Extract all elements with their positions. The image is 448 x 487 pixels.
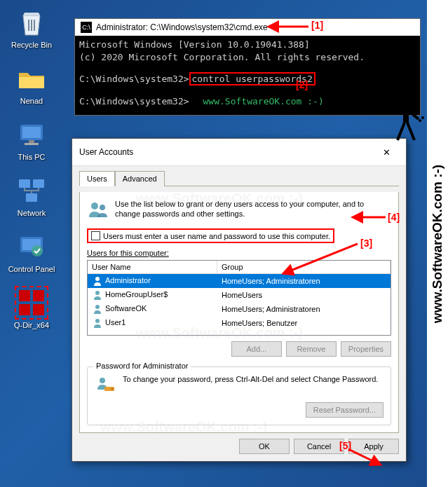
column-username[interactable]: User Name xyxy=(88,261,217,273)
key-icon xyxy=(95,374,117,397)
dialog-titlebar[interactable]: User Accounts ✕ xyxy=(72,139,406,166)
svg-rect-4 xyxy=(22,127,41,138)
user-accounts-dialog: User Accounts ✕ Users Advanced www.Softw… xyxy=(72,138,407,462)
cell-group: HomeUsers xyxy=(217,290,391,300)
svg-point-38 xyxy=(388,97,391,100)
svg-rect-2 xyxy=(34,20,35,31)
cell-group: HomeUsers; Administratoren xyxy=(217,304,391,314)
desktop-icon-label: Nenad xyxy=(20,97,43,105)
cmd-watermark: www.SoftwareOK.com :-) xyxy=(203,96,324,107)
list-row[interactable]: User1 HomeUsers; Benutzer xyxy=(88,316,391,330)
cmd-prompt-line: C:\Windows\system32>www.SoftwareOK.com :… xyxy=(79,95,416,108)
desktop-icons: Recycle Bin Nenad This PC Network Contro… xyxy=(7,6,56,342)
svg-rect-13 xyxy=(19,290,30,301)
cmd-output-line: Microsoft Windows [Version 10.0.19041.38… xyxy=(79,39,416,51)
desktop-icon-label: Network xyxy=(18,209,46,217)
users-icon xyxy=(87,199,109,221)
desktop-icon-user[interactable]: Nenad xyxy=(7,62,56,105)
dialog-title: User Accounts xyxy=(79,147,133,157)
desktop-icon-control-panel[interactable]: Control Panel xyxy=(7,230,56,273)
desktop-icon-label: This PC xyxy=(18,153,45,161)
qdir-icon xyxy=(15,286,48,320)
svg-point-25 xyxy=(100,378,105,383)
svg-point-37 xyxy=(391,94,393,97)
cell-username: Administrator xyxy=(105,276,151,284)
svg-rect-0 xyxy=(28,20,29,31)
list-row[interactable]: SoftwareOK HomeUsers; Administratoren xyxy=(88,302,391,316)
cmd-title-text: Administrator: C:\Windows\system32\cmd.e… xyxy=(96,22,268,32)
desktop-icon-recycle-bin[interactable]: Recycle Bin xyxy=(7,6,56,49)
intro-text: Use the list below to grant or deny user… xyxy=(115,199,391,219)
cell-username: HomeGroupUser$ xyxy=(105,290,168,299)
add-button[interactable]: Add... xyxy=(231,341,282,357)
desktop-icon-qdir[interactable]: Q-Dir_x64 xyxy=(7,286,56,329)
cmd-titlebar[interactable]: C:\ Administrator: C:\Windows\system32\c… xyxy=(75,19,420,36)
svg-point-20 xyxy=(100,205,105,210)
svg-point-12 xyxy=(32,245,43,256)
password-legend: Password for Administrator xyxy=(93,362,191,370)
svg-rect-15 xyxy=(19,304,30,315)
cell-username: User1 xyxy=(105,318,125,327)
annotation-4: [4] xyxy=(388,212,400,223)
svg-rect-9 xyxy=(26,193,37,202)
dialog-content: Users Advanced www.SoftwareOK.com :-) Us… xyxy=(72,166,406,461)
svg-point-23 xyxy=(95,305,100,309)
cmd-body[interactable]: Microsoft Windows [Version 10.0.19041.38… xyxy=(75,36,420,115)
cmd-prompt-line: C:\Windows\system32>control userpassword… xyxy=(79,73,416,85)
svg-rect-14 xyxy=(33,290,44,301)
reset-password-button[interactable]: Reset Password... xyxy=(306,402,383,418)
cancel-button[interactable]: Cancel xyxy=(294,439,344,454)
user-icon xyxy=(92,317,103,329)
checkbox-icon[interactable] xyxy=(91,231,100,240)
computer-icon xyxy=(15,118,48,151)
svg-point-39 xyxy=(419,119,421,122)
tab-users[interactable]: Users xyxy=(79,171,115,186)
svg-rect-5 xyxy=(29,140,34,143)
svg-rect-16 xyxy=(33,304,44,315)
desktop-icon-label: Recycle Bin xyxy=(11,41,52,49)
password-group: Password for Administrator To change you… xyxy=(87,366,391,425)
cell-username: SoftwareOK xyxy=(105,304,147,313)
desktop-icon-this-pc[interactable]: This PC xyxy=(7,118,56,161)
cmd-window: C:\ Administrator: C:\Windows\system32\c… xyxy=(74,18,421,116)
recycle-bin-icon xyxy=(15,6,48,39)
svg-rect-7 xyxy=(19,179,30,188)
properties-button[interactable]: Properties xyxy=(341,341,391,357)
user-buttons: Add... Remove Properties xyxy=(87,341,391,357)
side-watermark: www.SoftwareOK.com :-) xyxy=(427,0,448,487)
figure-silhouette xyxy=(385,91,427,161)
intro-section: Use the list below to grant or deny user… xyxy=(87,199,391,221)
cell-group: HomeUsers; Administratoren xyxy=(217,276,391,286)
tab-strip: Users Advanced xyxy=(79,170,399,186)
annotation-3: [3] xyxy=(360,238,372,249)
list-row[interactable]: HomeGroupUser$ HomeUsers xyxy=(88,288,391,302)
cmd-output-line: (c) 2020 Microsoft Corporation. All righ… xyxy=(79,51,416,64)
svg-point-19 xyxy=(91,203,98,210)
user-icon xyxy=(92,289,103,301)
control-panel-icon xyxy=(15,230,48,263)
ok-button[interactable]: OK xyxy=(239,439,290,454)
svg-point-22 xyxy=(95,291,100,295)
annotation-1: [1] xyxy=(311,20,323,31)
tab-advanced[interactable]: Advanced xyxy=(115,171,165,186)
password-text: To change your password, press Ctrl-Alt-… xyxy=(123,374,378,384)
cell-group: HomeUsers; Benutzer xyxy=(217,318,391,328)
svg-point-24 xyxy=(95,319,100,323)
user-icon xyxy=(92,275,103,287)
list-row[interactable]: Administrator HomeUsers; Administratoren xyxy=(88,274,391,288)
folder-icon xyxy=(15,62,48,95)
svg-rect-6 xyxy=(25,143,39,145)
remove-button[interactable]: Remove xyxy=(286,341,337,357)
svg-point-40 xyxy=(421,116,424,119)
tab-panel-users: www.SoftwareOK.com :-) Use the list belo… xyxy=(79,192,399,433)
desktop-icon-network[interactable]: Network xyxy=(7,174,56,217)
svg-point-27 xyxy=(111,388,114,390)
svg-rect-8 xyxy=(33,179,44,188)
user-icon xyxy=(92,303,103,315)
svg-line-30 xyxy=(348,449,373,461)
svg-line-36 xyxy=(407,123,414,140)
annotation-2: [2] xyxy=(296,79,308,90)
cmd-icon: C:\ xyxy=(81,22,92,33)
desktop-icon-label: Control Panel xyxy=(8,265,55,273)
svg-rect-1 xyxy=(31,20,32,31)
